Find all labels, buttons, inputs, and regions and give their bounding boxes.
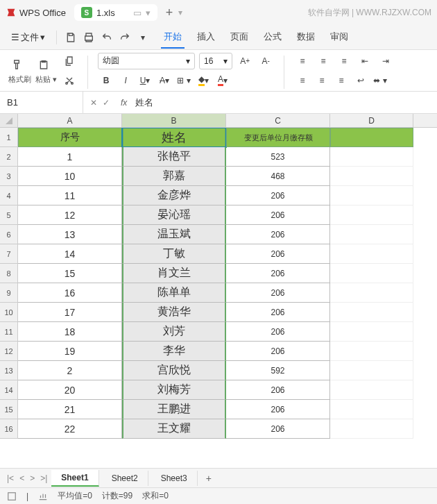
cell-name[interactable]: 陈单单 (122, 283, 226, 303)
align-right-icon[interactable]: ≡ (333, 72, 350, 89)
redo-icon[interactable] (117, 29, 133, 46)
cell-name[interactable]: 王文耀 (122, 419, 226, 439)
cell-amount[interactable]: 523 (226, 147, 330, 167)
row-header[interactable]: 5 (0, 205, 18, 225)
cell-header-B[interactable]: 姓名 (122, 128, 226, 147)
cell-reference-input[interactable]: B1 (0, 92, 83, 113)
new-tab-button[interactable]: + (166, 6, 173, 20)
cell-seq[interactable]: 10 (18, 167, 122, 186)
fill-color-button[interactable]: ◆ ▾ (195, 72, 212, 89)
cell-amount[interactable]: 206 (226, 264, 330, 283)
cell-empty[interactable] (330, 419, 413, 439)
cell-amount[interactable]: 206 (226, 303, 330, 322)
file-tab[interactable]: S 1.xls ▭ ▾ (74, 4, 157, 21)
tab-formula[interactable]: 公式 (261, 26, 284, 49)
cell-empty[interactable] (330, 283, 413, 303)
format-brush-icon[interactable] (8, 56, 25, 73)
row-header[interactable]: 15 (0, 400, 18, 419)
cell-name[interactable]: 丁敏 (122, 244, 226, 264)
cell-name[interactable]: 黄浩华 (122, 303, 226, 322)
row-header[interactable]: 7 (0, 244, 18, 264)
merge-icon[interactable]: ⬌ ▾ (372, 72, 388, 89)
wrap-text-icon[interactable]: ↩ (352, 72, 369, 89)
cell-empty[interactable] (330, 186, 413, 205)
row-header[interactable]: 12 (0, 342, 18, 361)
bold-button[interactable]: B (98, 72, 114, 89)
select-all-corner[interactable] (0, 114, 18, 127)
cell-header-C[interactable]: 变更后单位月缴存额 (226, 128, 330, 147)
tab-dropdown-icon[interactable]: ▾ (146, 8, 151, 18)
align-left-icon[interactable]: ≡ (294, 72, 311, 89)
cell-empty[interactable] (330, 361, 413, 380)
tab-more-icon[interactable]: ▾ (178, 8, 182, 17)
sheet-tab-2[interactable]: Sheet2 (102, 471, 148, 486)
sheet-tab-3[interactable]: Sheet3 (151, 471, 198, 486)
cell-empty[interactable] (330, 400, 413, 419)
row-header[interactable]: 4 (0, 186, 18, 205)
row-header[interactable]: 10 (0, 303, 18, 322)
cell-empty[interactable] (330, 322, 413, 342)
align-middle-icon[interactable]: ≡ (315, 53, 332, 69)
cell-seq[interactable]: 16 (18, 283, 122, 303)
fx-icon[interactable]: fx (117, 98, 131, 108)
cell-amount[interactable]: 206 (226, 342, 330, 361)
save-icon[interactable] (62, 29, 79, 46)
cell-amount[interactable]: 206 (226, 283, 330, 303)
cell-amount[interactable]: 206 (226, 186, 330, 205)
cell-seq[interactable]: 22 (18, 419, 122, 439)
cell-seq[interactable]: 19 (18, 342, 122, 361)
align-top-icon[interactable]: ≡ (294, 53, 311, 69)
tab-review[interactable]: 审阅 (327, 26, 351, 49)
row-header[interactable]: 16 (0, 419, 18, 439)
row-header-1[interactable]: 1 (0, 128, 18, 147)
tab-menu-icon[interactable]: ▭ (133, 8, 142, 18)
cell-name[interactable]: 肖文兰 (122, 264, 226, 283)
cell-name[interactable]: 王鹏进 (122, 400, 226, 419)
cell-seq[interactable]: 1 (18, 147, 122, 167)
cell-seq[interactable]: 12 (18, 205, 122, 225)
tab-start[interactable]: 开始 (161, 26, 185, 49)
next-sheet-icon[interactable]: > (28, 473, 36, 483)
cut-icon[interactable] (61, 72, 78, 89)
row-header[interactable]: 6 (0, 225, 18, 244)
cell-seq[interactable]: 18 (18, 322, 122, 342)
cell-header-A[interactable]: 序号 (18, 128, 122, 147)
sheet-tab-1[interactable]: Sheet1 (51, 470, 98, 487)
undo-icon[interactable] (98, 29, 115, 46)
border-button[interactable]: ⊞ ▾ (175, 72, 192, 89)
cell-amount[interactable]: 206 (226, 419, 330, 439)
menu-hamburger[interactable]: ☰ 文件 ▾ (6, 28, 51, 47)
cell-seq[interactable]: 13 (18, 225, 122, 244)
cell-name[interactable]: 刘芳 (122, 322, 226, 342)
sheet-nav-arrows[interactable]: |< < > >| (6, 473, 49, 483)
cell-amount[interactable]: 206 (226, 322, 330, 342)
tab-insert[interactable]: 插入 (194, 26, 218, 49)
indent-dec-icon[interactable]: ⇤ (357, 53, 373, 69)
row-header[interactable]: 2 (0, 147, 18, 167)
cell-name[interactable]: 金彦烨 (122, 186, 226, 205)
cell-amount[interactable]: 206 (226, 380, 330, 400)
cell-empty[interactable] (330, 225, 413, 244)
cell-seq[interactable]: 20 (18, 380, 122, 400)
cell-name[interactable]: 张艳平 (122, 147, 226, 167)
row-header[interactable]: 8 (0, 264, 18, 283)
cell-empty[interactable] (330, 205, 413, 225)
row-header[interactable]: 11 (0, 322, 18, 342)
font-color-button[interactable]: A ▾ (214, 72, 231, 89)
cell-name[interactable]: 郭嘉 (122, 167, 226, 186)
cell-seq[interactable]: 2 (18, 361, 122, 380)
cancel-icon[interactable]: ✕ (90, 98, 97, 108)
cell-seq[interactable]: 17 (18, 303, 122, 322)
cell-empty[interactable] (330, 303, 413, 322)
row-header[interactable]: 3 (0, 167, 18, 186)
align-bottom-icon[interactable]: ≡ (336, 53, 352, 69)
paste-icon[interactable] (35, 56, 52, 73)
font-name-select[interactable]: 幼圆▾ (98, 53, 195, 69)
col-header-A[interactable]: A (18, 114, 122, 127)
copy-icon[interactable] (61, 53, 78, 69)
col-header-B[interactable]: B (122, 114, 226, 127)
cell-name[interactable]: 刘梅芳 (122, 380, 226, 400)
cell-seq[interactable]: 21 (18, 400, 122, 419)
indent-inc-icon[interactable]: ⇥ (377, 53, 394, 69)
italic-button[interactable]: I (117, 72, 134, 89)
